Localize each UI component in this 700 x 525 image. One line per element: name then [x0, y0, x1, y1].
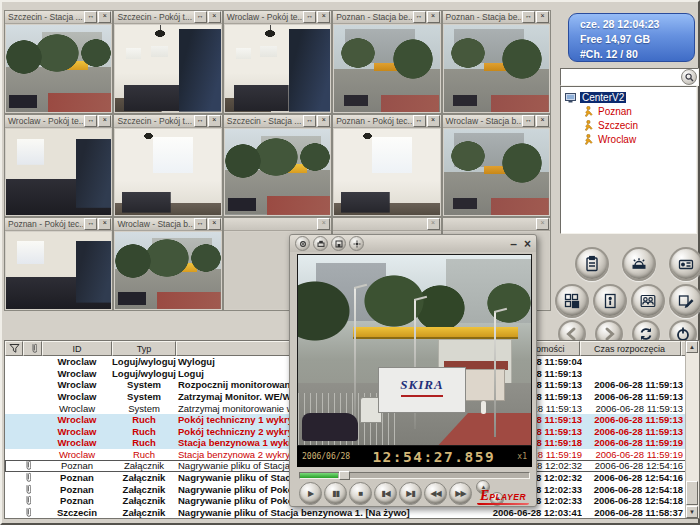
tree-node-label: Wroclaw [596, 134, 638, 145]
camera-video[interactable] [115, 25, 220, 112]
camera-tile[interactable]: Wroclaw - Stacja b...↔× [113, 217, 222, 311]
fast-forward-button[interactable]: ▶▶ [449, 482, 472, 505]
camera-tile[interactable]: Poznan - Pokój tec...↔× [4, 217, 113, 311]
camera-close-button[interactable]: × [98, 115, 111, 127]
start-time-column-header[interactable]: Czas rozpoczęcia [580, 341, 681, 356]
truck: SKIRA [360, 367, 466, 425]
camera-maximize-button[interactable]: ↔ [303, 115, 316, 127]
id-column-header[interactable]: ID [42, 341, 112, 356]
camera-tile[interactable]: Szczecin - Pokój t...↔× [113, 10, 222, 114]
step-forward-button[interactable]: ▶▮ [399, 482, 422, 505]
recorder-button[interactable] [669, 247, 700, 281]
scrollbar-thumb[interactable] [686, 481, 698, 505]
event-info-button[interactable] [593, 284, 627, 318]
camera-video[interactable] [334, 129, 439, 215]
camera-close-button[interactable]: × [427, 115, 440, 127]
stop-button[interactable]: ■ [349, 482, 372, 505]
camera-maximize-button[interactable]: ↔ [522, 115, 535, 127]
camera-maximize-button[interactable]: ↔ [84, 115, 97, 127]
camera-maximize-button[interactable]: ↔ [522, 11, 535, 23]
camera-maximize-button[interactable]: ↔ [413, 11, 426, 23]
camera-video[interactable] [444, 25, 549, 112]
camera-video[interactable] [6, 25, 111, 112]
camera-tile[interactable]: Wroclaw - Stacja b...↔× [442, 114, 551, 217]
camera-tile[interactable]: Szczecin - Stacja ...↔× [4, 10, 113, 114]
camera-close-button[interactable]: × [98, 218, 111, 230]
street-lamp [494, 311, 496, 437]
camera-close-button[interactable]: × [317, 115, 330, 127]
player-seek-bar[interactable] [299, 472, 530, 479]
pause-button[interactable]: ▮▮ [324, 482, 347, 505]
camera-close-button[interactable]: × [427, 218, 440, 230]
typ-column-header[interactable]: Typ [112, 341, 176, 356]
rewind-button[interactable]: ◀◀ [424, 482, 447, 505]
camera-close-button[interactable]: × [536, 115, 549, 127]
camera-close-button[interactable]: × [317, 218, 330, 230]
player-minimize-button[interactable]: – [510, 238, 517, 250]
player-capture-button[interactable] [295, 236, 310, 251]
camera-video[interactable] [444, 129, 549, 215]
camera-close-button[interactable]: × [98, 11, 111, 23]
camera-close-button[interactable]: × [317, 11, 330, 23]
camera-tile[interactable]: Poznan - Stacja be...↔× [332, 10, 441, 114]
clipboard-log-button[interactable] [575, 247, 609, 281]
paperclip-icon [23, 484, 31, 495]
accounts-button[interactable] [631, 284, 665, 318]
tree-node-label: CenterV2 [580, 92, 626, 103]
scroll-down-button[interactable]: ▼ [686, 506, 698, 518]
tree-node-site[interactable]: Poznan [561, 104, 696, 118]
scroll-up-button[interactable]: ▲ [686, 341, 698, 353]
status-free-space: Free 14,97 GB [580, 32, 694, 47]
alarm-button[interactable] [622, 247, 656, 281]
camera-close-button[interactable]: × [208, 218, 221, 230]
camera-tile[interactable]: Wroclaw - Pokój te...↔× [4, 114, 113, 217]
camera-close-button[interactable]: × [208, 115, 221, 127]
camera-video[interactable] [6, 232, 111, 309]
camera-maximize-button[interactable]: ↔ [84, 11, 97, 23]
camera-maximize-button[interactable]: ↔ [84, 218, 97, 230]
camera-close-button[interactable]: × [536, 218, 549, 230]
log-row[interactable]: SzczecinZałącznikNagrywanie pliku of Sta… [5, 507, 686, 519]
tree-node-root[interactable]: CenterV2 [561, 90, 696, 104]
log-scrollbar[interactable]: ▲ ▼ [685, 341, 699, 518]
player-title-bar[interactable]: – × [290, 235, 536, 252]
camera-maximize-button[interactable]: ↔ [194, 11, 207, 23]
attachment-column-header[interactable] [23, 341, 42, 356]
camera-video[interactable] [225, 25, 330, 112]
camera-tile[interactable]: Poznan - Stacja be...↔× [442, 10, 551, 114]
camera-maximize-button[interactable]: ↔ [194, 218, 207, 230]
tree-node-site[interactable]: Szczecin [561, 118, 696, 132]
player-video[interactable]: SKIRA [297, 254, 532, 446]
player-timestamp-bar: 2006/06/28 12:54:27.859 x1 [297, 446, 532, 467]
camera-video[interactable] [334, 25, 439, 112]
camera-video[interactable] [225, 129, 330, 215]
step-back-button[interactable]: ▮◀ [374, 482, 397, 505]
play-button[interactable]: ▶ [299, 482, 322, 505]
camera-tile[interactable]: Poznan - Pokój tec...↔× [332, 114, 441, 217]
player-close-button[interactable]: × [524, 238, 531, 250]
layout-grid-button[interactable] [555, 284, 589, 318]
camera-maximize-button[interactable]: ↔ [303, 11, 316, 23]
filter-column-header[interactable] [5, 341, 23, 356]
camera-maximize-button[interactable]: ↔ [194, 115, 207, 127]
camera-maximize-button[interactable]: ↔ [413, 115, 426, 127]
player-save-button[interactable] [331, 236, 346, 251]
camera-video[interactable] [6, 129, 111, 215]
camera-close-button[interactable]: × [536, 11, 549, 23]
camera-close-button[interactable]: × [208, 11, 221, 23]
settings-button[interactable] [669, 284, 700, 318]
search-button[interactable] [681, 69, 697, 85]
player-settings-button[interactable] [349, 236, 364, 251]
camera-video[interactable] [115, 129, 220, 215]
camera-tile[interactable]: Wroclaw - Pokój te...↔× [223, 10, 332, 114]
camera-video[interactable] [115, 232, 220, 309]
camera-close-button[interactable]: × [427, 11, 440, 23]
player-print-button[interactable] [313, 236, 328, 251]
tree-node-site[interactable]: Wroclaw [561, 132, 696, 146]
camera-tile[interactable]: Szczecin - Pokój t...↔× [113, 114, 222, 217]
seek-thumb[interactable] [339, 471, 350, 480]
camera-tile[interactable]: Szczecin - Stacja ...↔× [223, 114, 332, 217]
search-input[interactable] [561, 70, 681, 84]
paperclip-icon [23, 495, 31, 506]
player-controls: ▶ ▮▮ ■ ▮◀ ▶▮ ◀◀ ▶▶ ▲ ▼ EPLAYER [299, 482, 531, 508]
